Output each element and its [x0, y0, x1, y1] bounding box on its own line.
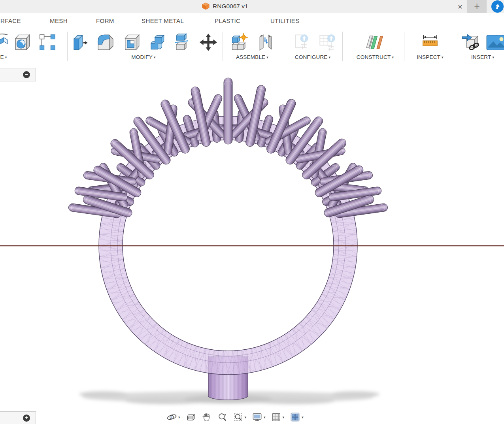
shell-icon: [122, 32, 142, 52]
insert-derive-tool[interactable]: [461, 31, 481, 54]
tab-plastic[interactable]: PLASTIC: [215, 17, 240, 24]
ring-spikes: [68, 78, 388, 218]
insert-dropdown[interactable]: INSERT▾: [455, 54, 504, 60]
new-tab-button[interactable]: +: [467, 0, 487, 13]
job-status-button[interactable]: [491, 0, 504, 13]
canvas-image-icon: [486, 33, 504, 51]
assemble-dropdown[interactable]: ASSEMBLE▾: [225, 54, 280, 60]
inspect-dropdown[interactable]: INSPECT▾: [402, 54, 458, 60]
pan-tool[interactable]: [202, 412, 212, 422]
construct-dropdown[interactable]: CONSTRUCT▾: [347, 54, 403, 60]
viewport-canvas[interactable]: − + ▾: [0, 64, 504, 424]
orbit-tool[interactable]: ▾: [166, 412, 180, 422]
close-icon[interactable]: ×: [455, 1, 466, 12]
fit-tool[interactable]: ▾: [233, 412, 247, 422]
main-toolbar: TE▾ MODIFY▾ ASSEMBLE▾ CONFIGURE▾ CONSTRU…: [0, 28, 504, 64]
configuration-tool[interactable]: [291, 31, 311, 54]
rectangular-pattern-icon: [38, 33, 57, 52]
look-at-icon: [186, 412, 196, 422]
new-component-icon: [229, 32, 249, 52]
viewports-icon: [290, 412, 300, 422]
timeline-panel-collapsed: +: [0, 411, 36, 424]
chevron-down-icon: ▾: [329, 55, 331, 59]
insert-derive-icon: [461, 32, 481, 53]
sweep-icon: [0, 32, 10, 53]
chevron-down-icon: ▾: [442, 55, 444, 59]
tab-sheet-metal[interactable]: SHEET METAL: [142, 17, 184, 24]
ring-model: [0, 64, 504, 424]
offset-plane-tool[interactable]: [364, 31, 385, 54]
document-title: RNG0067 v1: [213, 3, 248, 10]
new-component-tool[interactable]: [229, 31, 249, 54]
viewports-tool[interactable]: ▾: [290, 412, 304, 422]
chevron-down-icon: ▾: [492, 55, 494, 59]
configuration-table-tool[interactable]: [317, 31, 338, 54]
move-copy-tool[interactable]: [198, 31, 219, 54]
create-dropdown[interactable]: TE▾: [0, 54, 21, 60]
navigation-bar: ▾: [166, 412, 304, 422]
grid-icon: [271, 412, 281, 422]
document-tab[interactable]: RNG0067 v1: [202, 2, 248, 10]
split-body-tool[interactable]: [172, 31, 193, 54]
chevron-down-icon: ▾: [283, 415, 285, 419]
chevron-down-icon: ▾: [5, 55, 7, 59]
toolbar-separator: [284, 32, 284, 61]
tab-utilities[interactable]: UTILITIES: [270, 17, 300, 24]
collapse-browser-button[interactable]: −: [23, 71, 30, 78]
modify-dropdown[interactable]: MODIFY▾: [116, 54, 171, 60]
grid-display-tool[interactable]: ▾: [271, 412, 285, 422]
press-pull-tool[interactable]: [70, 31, 90, 54]
measure-tool[interactable]: [420, 31, 440, 54]
chevron-down-icon: ▾: [245, 415, 247, 419]
combine-icon: [147, 32, 167, 52]
chevron-down-icon: ▾: [264, 415, 266, 419]
joint-tool[interactable]: [255, 31, 276, 54]
toolbar-separator: [67, 32, 68, 61]
look-at-tool[interactable]: [186, 412, 196, 422]
measure-icon: [420, 32, 440, 53]
sweep-tool[interactable]: [0, 31, 10, 54]
fillet-icon: [96, 32, 115, 52]
chevron-down-icon: ▾: [154, 55, 156, 59]
hole-icon: [13, 32, 32, 52]
configure-dropdown[interactable]: CONFIGURE▾: [285, 54, 340, 60]
fit-icon: [233, 412, 244, 422]
press-pull-icon: [70, 32, 90, 52]
split-body-icon: [172, 32, 192, 52]
pan-hand-icon: [202, 412, 212, 422]
orbit-icon: [166, 412, 177, 422]
chevron-down-icon: ▾: [266, 55, 268, 59]
canvas-tool[interactable]: [486, 31, 504, 54]
combine-tool[interactable]: [147, 31, 167, 54]
chevron-down-icon: ▾: [178, 415, 180, 419]
expand-timeline-button[interactable]: +: [23, 415, 30, 422]
joint-icon: [255, 32, 275, 52]
offset-plane-icon: [364, 32, 384, 52]
fillet-tool[interactable]: [95, 31, 116, 54]
configuration-icon: [291, 32, 311, 52]
rectangular-pattern-tool[interactable]: [37, 31, 58, 54]
display-settings-icon: [252, 412, 262, 422]
chevron-down-icon: ▾: [302, 415, 304, 419]
display-settings-tool[interactable]: ▾: [252, 412, 266, 422]
browser-panel-collapsed: −: [0, 68, 36, 81]
tab-surface[interactable]: RFACE: [0, 17, 21, 24]
cube-icon: [202, 2, 210, 10]
configuration-table-icon: [317, 32, 337, 52]
chevron-down-icon: ▾: [392, 55, 394, 59]
tab-form[interactable]: FORM: [96, 17, 114, 24]
upload-arrow-icon: [495, 4, 500, 9]
workspace-tab-bar: RFACE MESH FORM SHEET METAL PLASTIC UTIL…: [0, 13, 504, 28]
title-bar: RNG0067 v1 × +: [0, 0, 504, 13]
zoom-tool[interactable]: [217, 412, 228, 422]
toolbar-separator: [342, 32, 343, 61]
shell-tool[interactable]: [121, 31, 142, 54]
zoom-icon: [217, 412, 228, 422]
hole-tool[interactable]: [12, 31, 33, 54]
tab-mesh[interactable]: MESH: [50, 17, 68, 24]
toolbar-separator: [223, 32, 223, 61]
move-icon: [198, 32, 219, 53]
